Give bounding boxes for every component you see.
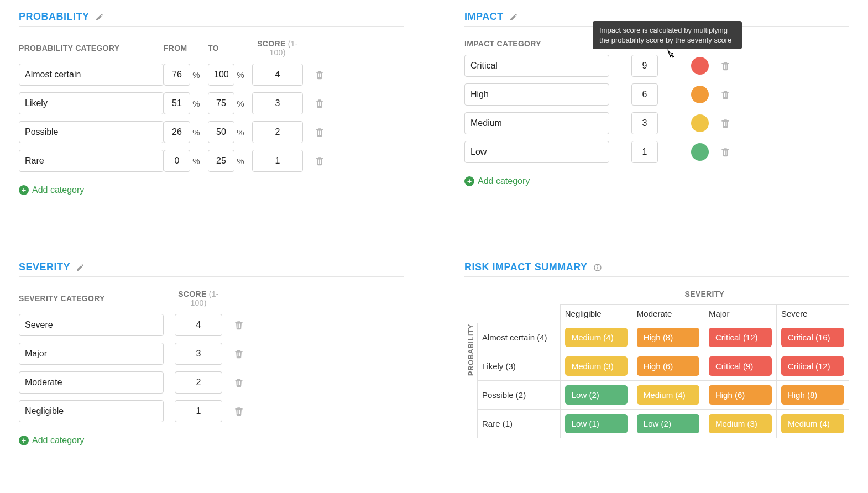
percent-label: %	[190, 128, 202, 137]
impact-above-input[interactable]	[631, 55, 658, 77]
plus-circle-icon: +	[464, 176, 474, 186]
summary-row-header: Possible (2)	[478, 381, 561, 410]
impact-tooltip: Impact score is calculated by multiplyin…	[593, 21, 742, 49]
probability-name-input[interactable]	[19, 92, 164, 114]
impact-panel: IMPACT IMPACT CATEGORY ABOVE SCORE COLOR	[464, 11, 849, 195]
summary-cell: Low (2)	[560, 381, 632, 410]
percent-label: %	[234, 99, 247, 108]
severity-title: SEVERITY	[19, 261, 70, 273]
probability-score-input[interactable]	[252, 150, 303, 172]
probability-name-input[interactable]	[19, 64, 164, 86]
probability-score-input[interactable]	[252, 92, 303, 114]
probability-row: % %	[19, 64, 404, 86]
severity-name-input[interactable]	[19, 400, 164, 422]
impact-color-dot[interactable]	[691, 86, 709, 103]
summary-cell: Medium (4)	[560, 323, 632, 352]
severity-head-score: SCORE	[178, 290, 206, 298]
pencil-icon[interactable]	[509, 13, 518, 22]
severity-score-input[interactable]	[175, 400, 222, 422]
probability-add-category[interactable]: + Add category	[19, 185, 404, 195]
severity-panel: SEVERITY SEVERITY CATEGORY SCORE (1-100)	[19, 261, 404, 445]
pencil-icon[interactable]	[76, 263, 85, 272]
probability-title: PROBABILITY	[19, 11, 90, 23]
severity-name-input[interactable]	[19, 314, 164, 336]
trash-icon[interactable]	[720, 60, 731, 71]
probability-from-input[interactable]	[164, 121, 190, 143]
trash-icon[interactable]	[314, 127, 325, 138]
impact-color-dot[interactable]	[691, 114, 709, 132]
summary-pill: Critical (16)	[781, 328, 844, 347]
severity-score-input[interactable]	[175, 343, 222, 365]
probability-score-input[interactable]	[252, 64, 303, 86]
impact-above-input[interactable]	[631, 83, 658, 106]
probability-to-input[interactable]	[208, 121, 234, 143]
impact-title: IMPACT	[464, 11, 504, 23]
summary-title: RISK IMPACT SUMMARY	[464, 261, 588, 273]
impact-color-dot[interactable]	[691, 57, 709, 75]
impact-name-input[interactable]	[464, 55, 609, 77]
trash-icon[interactable]	[720, 146, 731, 158]
severity-score-input[interactable]	[175, 371, 222, 394]
summary-cell: High (6)	[704, 381, 776, 410]
trash-icon[interactable]	[314, 98, 325, 109]
probability-score-input[interactable]	[252, 121, 303, 143]
probability-name-input[interactable]	[19, 150, 164, 172]
trash-icon[interactable]	[720, 118, 731, 129]
info-icon[interactable]	[593, 263, 602, 272]
impact-above-input[interactable]	[631, 112, 658, 134]
trash-icon[interactable]	[233, 348, 244, 359]
trash-icon[interactable]	[720, 89, 731, 100]
severity-add-category[interactable]: + Add category	[19, 436, 404, 445]
probability-to-input[interactable]	[208, 92, 234, 114]
percent-label: %	[190, 70, 202, 80]
summary-pill: Critical (9)	[709, 356, 772, 376]
percent-label: %	[234, 156, 247, 166]
severity-score-input[interactable]	[175, 314, 222, 336]
summary-pill: Critical (12)	[709, 328, 772, 347]
impact-add-category[interactable]: + Add category	[464, 176, 849, 186]
summary-row-header: Likely (3)	[478, 352, 561, 381]
summary-cell: Critical (12)	[776, 352, 849, 381]
summary-cell: High (8)	[632, 323, 704, 352]
probability-head-score: SCORE	[257, 39, 285, 48]
summary-pill: Medium (3)	[565, 356, 628, 376]
summary-cell: Medium (4)	[776, 410, 849, 438]
probability-to-input[interactable]	[208, 150, 234, 172]
summary-cell: High (8)	[776, 381, 849, 410]
probability-panel: PROBABILITY PROBABILITY CATEGORY FROM TO…	[19, 11, 404, 195]
percent-label: %	[234, 70, 247, 80]
summary-pill: Low (2)	[637, 414, 699, 433]
severity-head-category: SEVERITY CATEGORY	[19, 294, 164, 303]
probability-from-input[interactable]	[164, 150, 190, 172]
impact-above-input[interactable]	[631, 141, 658, 163]
impact-row	[464, 112, 849, 134]
trash-icon[interactable]	[233, 377, 244, 388]
impact-name-input[interactable]	[464, 83, 609, 106]
impact-name-input[interactable]	[464, 141, 609, 163]
summary-pill: Low (2)	[565, 385, 628, 405]
summary-pill: Low (1)	[565, 414, 628, 433]
probability-name-input[interactable]	[19, 121, 164, 143]
probability-row: % %	[19, 92, 404, 114]
probability-from-input[interactable]	[164, 92, 190, 114]
impact-name-input[interactable]	[464, 112, 609, 134]
trash-icon[interactable]	[233, 406, 244, 417]
trash-icon[interactable]	[233, 319, 244, 331]
severity-name-input[interactable]	[19, 371, 164, 394]
summary-col-header: Severe	[776, 305, 849, 323]
probability-to-input[interactable]	[208, 64, 234, 86]
severity-name-input[interactable]	[19, 343, 164, 365]
pencil-icon[interactable]	[95, 13, 104, 22]
summary-pill: Medium (4)	[637, 385, 699, 405]
probability-row: % %	[19, 150, 404, 172]
trash-icon[interactable]	[314, 69, 325, 80]
summary-cell: Low (1)	[560, 410, 632, 438]
summary-axis-probability: PROBABILITY	[464, 290, 477, 438]
probability-head-from: FROM	[164, 44, 202, 53]
impact-color-dot[interactable]	[691, 143, 709, 161]
cursor-icon	[665, 48, 677, 60]
trash-icon[interactable]	[314, 155, 325, 166]
probability-from-input[interactable]	[164, 64, 190, 86]
summary-pill: Critical (12)	[781, 356, 844, 376]
summary-cell: Critical (12)	[704, 323, 776, 352]
